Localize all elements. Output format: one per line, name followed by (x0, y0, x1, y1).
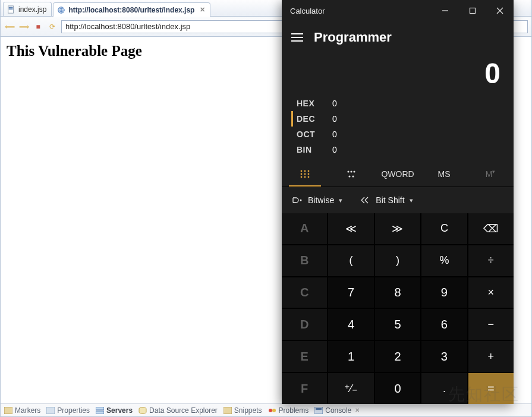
svg-rect-5 (46, 407, 55, 414)
key-8[interactable]: 8 (375, 277, 420, 308)
key-1[interactable]: 1 (328, 341, 373, 372)
svg-point-28 (350, 170, 352, 172)
svg-point-18 (301, 170, 303, 172)
key-multiply[interactable]: × (468, 277, 514, 308)
data-source-icon (138, 407, 147, 414)
svg-point-24 (301, 176, 303, 178)
svg-rect-9 (223, 407, 232, 414)
radix-dec[interactable]: DEC 0 (291, 111, 504, 127)
url-text: http://localhost:8080/urltest/index.jsp (65, 22, 190, 31)
forward-button[interactable]: ⟹ (18, 21, 29, 32)
svg-point-27 (347, 170, 349, 172)
radix-bin[interactable]: BIN 0 (291, 142, 504, 157)
stop-button[interactable]: ■ (33, 21, 43, 32)
key-4[interactable]: 4 (328, 309, 373, 340)
svg-point-22 (304, 173, 306, 175)
key-7[interactable]: 7 (328, 277, 373, 308)
bit-toggle-icon (346, 169, 357, 179)
key-subtract[interactable]: − (468, 309, 514, 340)
calculator-titlebar[interactable]: Calculator (282, 0, 514, 21)
svg-rect-15 (470, 8, 476, 14)
svg-point-21 (301, 173, 303, 175)
snippets-icon (223, 407, 232, 414)
key-0[interactable]: 0 (375, 373, 420, 404)
radix-oct[interactable]: OCT 0 (291, 127, 504, 142)
close-icon[interactable]: ✕ (197, 6, 205, 14)
radix-hex[interactable]: HEX 0 (291, 96, 504, 111)
svg-point-25 (304, 176, 306, 178)
minimize-icon (442, 7, 449, 14)
memory-store-button[interactable]: MS (421, 161, 467, 187)
markers-icon (4, 407, 12, 414)
key-equals[interactable]: = (468, 373, 514, 404)
key-rparen[interactable]: ) (375, 245, 420, 276)
svg-point-11 (272, 409, 276, 412)
key-lparen[interactable]: ( (328, 245, 373, 276)
back-button[interactable]: ⟸ (4, 21, 15, 32)
key-5[interactable]: 5 (375, 309, 420, 340)
key-C-hex[interactable]: C (282, 277, 327, 308)
view-console[interactable]: Console ✕ (314, 406, 360, 415)
view-snippets[interactable]: Snippets (223, 406, 262, 415)
view-servers[interactable]: Servers (96, 406, 133, 415)
key-add[interactable]: + (468, 341, 514, 372)
svg-rect-2 (9, 8, 13, 10)
svg-point-20 (308, 170, 310, 172)
view-markers[interactable]: Markers (4, 406, 40, 415)
display-mode-row: QWORD MS M▾ (282, 161, 514, 187)
key-mod[interactable]: % (421, 245, 467, 276)
tab-label: index.jsp (18, 5, 46, 14)
svg-rect-13 (316, 408, 322, 410)
close-icon (496, 7, 503, 14)
close-button[interactable] (486, 0, 514, 21)
key-lshift[interactable]: ≪ (328, 213, 373, 244)
svg-point-31 (352, 175, 354, 177)
bitshift-dropdown[interactable]: Bit Shift ▾ (360, 195, 413, 205)
key-clear[interactable]: C (421, 213, 467, 244)
key-6[interactable]: 6 (421, 309, 467, 340)
key-A[interactable]: A (282, 213, 327, 244)
memory-menu-button[interactable]: M▾ (467, 161, 514, 187)
menu-button[interactable] (291, 33, 303, 42)
calculator-window: Calculator Programmer 0 HEX 0 DEC 0 OCT … (282, 0, 514, 404)
maximize-icon (469, 7, 476, 14)
key-decimal[interactable]: . (421, 373, 467, 404)
key-B[interactable]: B (282, 245, 327, 276)
close-icon[interactable]: ✕ (355, 407, 360, 413)
key-2[interactable]: 2 (375, 341, 420, 372)
key-E[interactable]: E (282, 341, 327, 372)
view-properties[interactable]: Properties (46, 406, 90, 415)
console-icon (314, 407, 323, 414)
key-negate[interactable]: ⁺∕₋ (328, 373, 373, 404)
tab-index-jsp[interactable]: index.jsp (3, 2, 52, 16)
key-divide[interactable]: ÷ (468, 245, 514, 276)
key-3[interactable]: 3 (421, 341, 467, 372)
keypad-mode-button[interactable] (282, 161, 328, 187)
key-D[interactable]: D (282, 309, 327, 340)
chevron-down-icon: ▾ (410, 197, 413, 204)
key-F[interactable]: F (282, 373, 327, 404)
svg-rect-7 (96, 411, 104, 414)
svg-rect-4 (4, 407, 12, 414)
key-9[interactable]: 9 (421, 277, 467, 308)
bitwise-icon (292, 196, 303, 204)
bit-toggle-mode-button[interactable] (328, 161, 374, 187)
calculator-title: Calculator (290, 7, 325, 15)
view-problems[interactable]: Problems (268, 406, 309, 415)
minimize-button[interactable] (432, 0, 459, 21)
svg-point-26 (308, 176, 310, 178)
svg-rect-1 (9, 7, 13, 8)
calculator-display: 0 (282, 51, 514, 93)
tab-browser-url[interactable]: http://localhost:8080/urltest/index.jsp … (53, 2, 210, 17)
bitwise-dropdown[interactable]: Bitwise ▾ (292, 195, 342, 205)
radix-list: HEX 0 DEC 0 OCT 0 BIN 0 (282, 93, 514, 161)
bit-ops-row: Bitwise ▾ Bit Shift ▾ (282, 187, 514, 213)
key-rshift[interactable]: ≫ (375, 213, 420, 244)
refresh-button[interactable]: ⟳ (47, 21, 58, 32)
jsp-file-icon (7, 5, 15, 14)
svg-rect-6 (96, 407, 104, 410)
maximize-button[interactable] (459, 0, 486, 21)
view-data-source-explorer[interactable]: Data Source Explorer (138, 406, 218, 415)
key-backspace[interactable]: ⌫ (468, 213, 514, 244)
word-size-button[interactable]: QWORD (374, 161, 421, 187)
